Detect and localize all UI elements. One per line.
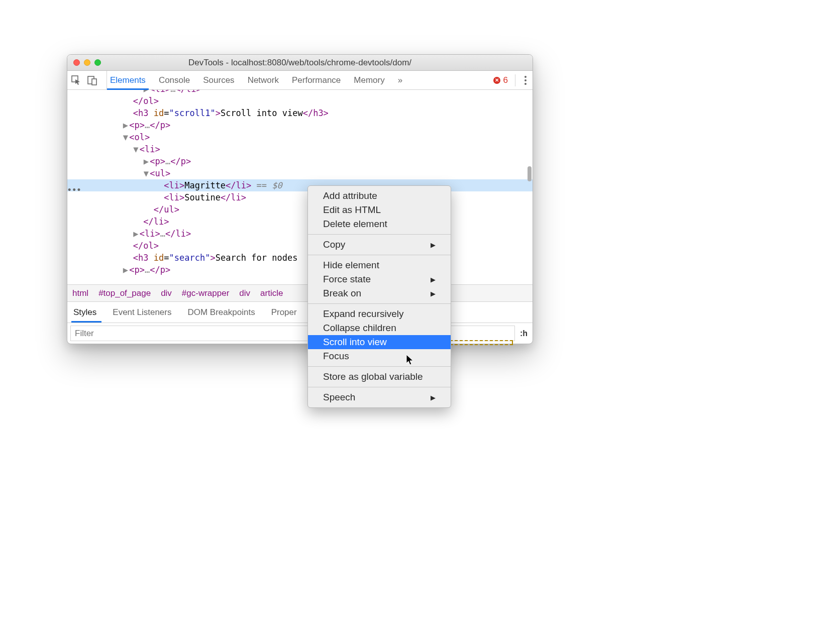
mouse-cursor-icon (406, 354, 415, 368)
subtab-properties[interactable]: Proper (271, 307, 297, 318)
tab-memory[interactable]: Memory (354, 71, 384, 89)
breadcrumb: html #top_of_page div #gc-wrapper div ar… (67, 284, 533, 301)
hover-state-toggle[interactable]: :h (515, 323, 533, 344)
menu-scroll-into-view[interactable]: Scroll into view (308, 335, 451, 349)
menu-force-state[interactable]: Force state▶ (308, 272, 451, 286)
device-toolbar-icon[interactable] (87, 75, 97, 85)
expand-icon[interactable]: ▶ (123, 119, 128, 131)
menu-store-global[interactable]: Store as global variable (308, 370, 451, 384)
menu-add-attribute[interactable]: Add attribute (308, 189, 451, 203)
tab-network[interactable]: Network (248, 71, 279, 89)
code-line[interactable]: ▼<li> (67, 143, 533, 155)
subtab-event-listeners[interactable]: Event Listeners (113, 307, 171, 318)
code-line[interactable]: <h3 id="search">Search for nodes (67, 252, 533, 264)
tab-sources[interactable]: Sources (203, 71, 234, 89)
margin-indicator (450, 340, 513, 345)
minimize-window-button[interactable] (84, 59, 90, 66)
submenu-arrow-icon: ▶ (431, 241, 436, 249)
context-menu: Add attribute Edit as HTML Delete elemen… (307, 185, 451, 408)
tab-console[interactable]: Console (159, 71, 190, 89)
devtools-window: DevTools - localhost:8080/web/tools/chro… (67, 54, 533, 344)
toolbar-left (71, 71, 107, 89)
submenu-arrow-icon: ▶ (431, 276, 436, 283)
code-line[interactable]: ▼<ol> (67, 131, 533, 143)
breadcrumb-item[interactable]: #top_of_page (98, 288, 151, 298)
breadcrumb-item[interactable]: #gc-wrapper (182, 288, 230, 298)
error-count[interactable]: ✕ 6 (493, 75, 508, 85)
error-icon: ✕ (493, 77, 500, 84)
menu-separator (308, 255, 451, 255)
elements-tree[interactable]: ••• ▶<li>…</li> </ol> <h3 id="scroll1">S… (67, 90, 533, 284)
devtools-toolbar: Elements Console Sources Network Perform… (67, 71, 533, 90)
code-line[interactable]: </ol> (67, 240, 533, 252)
menu-edit-as-html[interactable]: Edit as HTML (308, 203, 451, 217)
menu-focus[interactable]: Focus (308, 349, 451, 363)
code-line[interactable]: ▶<li>…</li> (67, 90, 533, 95)
subtab-styles[interactable]: Styles (73, 307, 96, 318)
window-controls (73, 59, 101, 66)
selected-line-gutter-icon: ••• (67, 184, 76, 196)
collapse-icon[interactable]: ▼ (143, 167, 149, 179)
menu-break-on[interactable]: Break on▶ (308, 286, 451, 300)
collapse-icon[interactable]: ▼ (123, 131, 128, 143)
svg-rect-2 (92, 79, 96, 85)
menu-separator (308, 234, 451, 235)
panel-tabs: Elements Console Sources Network Perform… (110, 71, 402, 89)
code-line[interactable]: ▶<p>…</p> (67, 119, 533, 131)
submenu-arrow-icon: ▶ (431, 394, 436, 401)
expand-icon[interactable]: ▶ (143, 90, 149, 95)
menu-hide-element[interactable]: Hide element (308, 258, 451, 272)
subtab-dom-breakpoints[interactable]: DOM Breakpoints (187, 307, 255, 318)
zoom-window-button[interactable] (94, 59, 101, 66)
code-line-selected[interactable]: <li>Magritte</li> == $0 (67, 179, 533, 191)
scrollbar-thumb[interactable] (528, 166, 532, 181)
menu-separator (308, 366, 451, 367)
toolbar-right: ✕ 6 (493, 74, 529, 87)
expand-icon[interactable]: ▶ (123, 264, 128, 276)
collapse-icon[interactable]: ▼ (133, 143, 139, 155)
code-line[interactable]: ▶<p>…</p> (67, 264, 533, 276)
settings-menu-icon[interactable] (522, 74, 529, 87)
submenu-arrow-icon: ▶ (431, 290, 436, 297)
code-line[interactable]: <h3 id="scroll1">Scroll into view</h3> (67, 107, 533, 119)
code-line[interactable]: ▶<p>…</p> (67, 155, 533, 167)
code-line[interactable]: ▶<li>…</li> (67, 228, 533, 240)
breadcrumb-item[interactable]: div (161, 288, 172, 298)
code-line[interactable]: </ul> (67, 203, 533, 216)
tab-elements[interactable]: Elements (110, 71, 146, 89)
code-line[interactable]: <li>Soutine</li> (67, 191, 533, 203)
menu-separator (308, 303, 451, 304)
breadcrumb-item[interactable]: article (260, 288, 283, 298)
menu-copy[interactable]: Copy▶ (308, 238, 451, 252)
expand-icon[interactable]: ▶ (143, 155, 149, 167)
code-line[interactable]: </li> (67, 216, 533, 228)
breadcrumb-item[interactable]: div (239, 288, 250, 298)
inspect-element-icon[interactable] (71, 75, 81, 85)
error-count-value: 6 (503, 75, 508, 85)
close-window-button[interactable] (73, 59, 80, 66)
tabs-overflow[interactable]: » (398, 71, 402, 89)
toolbar-divider (515, 74, 515, 86)
titlebar: DevTools - localhost:8080/web/tools/chro… (67, 55, 533, 71)
code-line[interactable]: </ol> (67, 95, 533, 107)
window-title: DevTools - localhost:8080/web/tools/chro… (188, 58, 411, 68)
menu-collapse-children[interactable]: Collapse children (308, 321, 451, 335)
styles-subtabs: Styles Event Listeners DOM Breakpoints P… (67, 301, 533, 323)
code-line[interactable]: ▼<ul> (67, 167, 533, 179)
breadcrumb-item[interactable]: html (72, 288, 88, 298)
menu-expand-recursively[interactable]: Expand recursively (308, 307, 451, 321)
tab-performance[interactable]: Performance (292, 71, 341, 89)
menu-separator (308, 387, 451, 387)
menu-speech[interactable]: Speech▶ (308, 390, 451, 404)
menu-delete-element[interactable]: Delete element (308, 217, 451, 231)
expand-icon[interactable]: ▶ (133, 228, 139, 240)
